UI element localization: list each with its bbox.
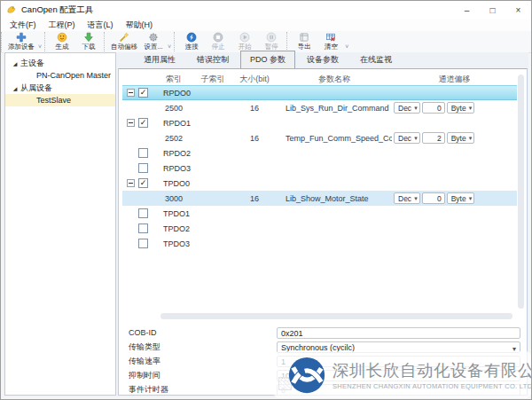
unit-select-value: Byte xyxy=(451,104,466,113)
start-icon xyxy=(239,32,250,43)
menu-item-1[interactable]: 文件(F) xyxy=(4,20,43,31)
form-label: 传输类型 xyxy=(122,341,277,353)
tab-2[interactable]: 错误控制 xyxy=(187,51,239,68)
toolbar-button-generate[interactable]: 生成 xyxy=(49,32,75,51)
toolbar-overflow-chevron-icon[interactable]: ˅ xyxy=(38,43,42,50)
pdo-item-row-3000[interactable]: 300016Lib_Show_Motor_StateDec▾0Byte▾ xyxy=(122,191,517,206)
unit-select[interactable]: Byte▾ xyxy=(447,132,475,144)
tab-1[interactable]: 通用属性 xyxy=(134,51,185,68)
tree-item-pn-canopenmaster[interactable]: PN-CanOpen Master xyxy=(5,69,115,82)
unit-select[interactable]: Byte▾ xyxy=(447,102,475,114)
pdo-checkbox[interactable] xyxy=(138,208,148,218)
pdo-group-row-rpdo3[interactable]: RPDO3 xyxy=(122,161,517,176)
menu-item-4[interactable]: 帮助(H) xyxy=(120,20,160,31)
chevron-down-icon: ▾ xyxy=(469,195,473,202)
tab-bar: 通用属性错误控制PDO 参数设备参数在线监视 xyxy=(118,52,528,68)
tree-item-[interactable]: ◢主设备 xyxy=(5,57,115,69)
offset-input[interactable]: 2 xyxy=(422,132,445,144)
minimize-button[interactable]: – xyxy=(454,1,480,19)
tree-expanded-arrow-icon[interactable]: ◢ xyxy=(12,60,19,67)
offset-input[interactable]: 0 xyxy=(422,102,445,114)
maximize-button[interactable]: □ xyxy=(480,1,505,19)
pdo-checkbox[interactable]: ✓ xyxy=(138,178,148,188)
unit-select[interactable]: Byte▾ xyxy=(447,192,475,204)
tree-item-label: 从属设备 xyxy=(20,82,52,94)
pdo-item-row-2500[interactable]: 250016Lib_Sys_Run_Dir_CommandDec▾0Byte▾ xyxy=(122,100,517,115)
collapse-expander-icon[interactable] xyxy=(127,179,135,187)
toolbar-button-add-device[interactable]: 添加设备 xyxy=(5,32,37,51)
toolbar-button-connect[interactable]: 连接 xyxy=(178,32,205,51)
pdo-group-row-tpdo1[interactable]: TPDO1 xyxy=(122,206,517,221)
offset-input[interactable]: 0 xyxy=(422,192,445,204)
pause-icon xyxy=(266,32,277,43)
pdo-group-label: TPDO2 xyxy=(163,224,190,233)
main-area: ◢主设备PN-CanOpen Master◢从属设备TestSlave 通用属性… xyxy=(4,52,528,396)
toolbar-button-export[interactable]: 导出 xyxy=(291,32,317,51)
pdo-checkbox[interactable]: ✓ xyxy=(138,88,148,98)
chevron-down-icon: ▾ xyxy=(414,135,418,142)
connect-icon xyxy=(186,32,197,43)
tree-expanded-arrow-icon[interactable]: ◢ xyxy=(12,85,19,91)
param-name-cell: Lib_Show_Motor_State xyxy=(277,194,392,203)
collapse-expander-icon[interactable] xyxy=(127,89,135,97)
pdo-group-row-tpdo0[interactable]: ✓TPDO0 xyxy=(122,176,517,191)
pdo-group-label: RPDO3 xyxy=(163,164,191,173)
stop-icon xyxy=(213,32,223,43)
tab-5[interactable]: 在线监视 xyxy=(350,51,402,68)
pdo-checkbox[interactable] xyxy=(138,163,148,173)
pdo-checkbox[interactable] xyxy=(138,239,148,248)
close-button[interactable]: × xyxy=(505,1,531,19)
tree-item-[interactable]: ◢从属设备 xyxy=(5,82,115,94)
index-cell: 3000 xyxy=(154,194,193,203)
toolbar-button-start[interactable]: 开始 xyxy=(231,32,258,51)
channel-offset-cell: Dec▾0Byte▾ xyxy=(392,192,517,204)
tab-4[interactable]: 设备参数 xyxy=(297,51,348,68)
collapse-expander-icon[interactable] xyxy=(127,119,135,127)
unit-select-value: Byte xyxy=(451,194,466,203)
toolbar-overflow-chevron-icon[interactable]: ˅ xyxy=(345,43,348,50)
horizontal-scrollbar[interactable] xyxy=(160,313,512,319)
tab-3[interactable]: PDO 参数 xyxy=(240,51,295,68)
vertical-scrollbar[interactable] xyxy=(518,75,524,309)
toolbar-button-pause[interactable]: 暂停 xyxy=(258,32,285,51)
menu-item-2[interactable]: 工程(P) xyxy=(43,20,82,31)
app-icon xyxy=(6,4,17,15)
generate-icon xyxy=(57,32,67,43)
toolbar-button-stop[interactable]: 停止 xyxy=(205,32,231,51)
pdo-checkbox[interactable] xyxy=(138,148,148,158)
toolbar-button-wand[interactable]: 自动偏移 xyxy=(108,32,140,51)
toolbar-button-download[interactable]: 下载 xyxy=(75,32,102,51)
pdo-checkbox[interactable] xyxy=(138,224,148,233)
form-input[interactable]: 0x201 xyxy=(277,327,520,339)
param-name-cell: Temp_Fun_Comm_Speed_Comm xyxy=(277,134,392,143)
toolbar-button-settings[interactable]: 设置... xyxy=(140,32,167,51)
toolbar-group-5: 导出清空˅ xyxy=(286,32,351,51)
titlebar: CanOpen 配置工具 – □ × xyxy=(1,1,531,19)
pdo-group-label: TPDO3 xyxy=(163,239,190,248)
format-select[interactable]: Dec▾ xyxy=(394,102,420,114)
pdo-group-row-tpdo3[interactable]: TPDO3 xyxy=(122,236,517,251)
menubar: 文件(F)工程(P)语言(L)帮助(H) xyxy=(1,19,531,31)
toolbar-overflow-chevron-icon[interactable]: ˅ xyxy=(168,43,171,50)
pdo-group-row-rpdo2[interactable]: RPDO2 xyxy=(122,145,517,161)
pdo-table-header: 索引子索引大小(bit)参数名称通道偏移 xyxy=(122,73,517,85)
form-label: COB-ID xyxy=(122,328,277,337)
chevron-down-icon: ▾ xyxy=(414,195,418,202)
column-header: 通道偏移 xyxy=(392,74,517,85)
format-select[interactable]: Dec▾ xyxy=(394,132,420,144)
param-name-cell: Lib_Sys_Run_Dir_Command xyxy=(277,104,392,113)
toolbar-button-clear[interactable]: 清空 xyxy=(317,32,344,51)
pdo-group-label: RPDO1 xyxy=(163,119,191,128)
tree-item-testslave[interactable]: TestSlave xyxy=(5,94,115,106)
toolbar-group-4: 连接停止开始暂停 xyxy=(174,32,286,51)
pdo-group-row-rpdo0[interactable]: ✓RPDO0 xyxy=(122,85,517,100)
format-select-value: Dec xyxy=(398,194,411,203)
form-field-value: 0x201 xyxy=(281,329,303,338)
pdo-checkbox[interactable]: ✓ xyxy=(138,118,148,128)
format-select[interactable]: Dec▾ xyxy=(394,192,420,204)
menu-item-3[interactable]: 语言(L) xyxy=(82,20,120,31)
pdo-group-row-tpdo2[interactable]: TPDO2 xyxy=(122,221,517,236)
pdo-item-row-2502[interactable]: 250216Temp_Fun_Comm_Speed_CommDec▾2Byte▾ xyxy=(122,130,517,145)
pdo-group-row-rpdo1[interactable]: ✓RPDO1 xyxy=(122,115,517,130)
column-header: 大小(bit) xyxy=(232,74,277,85)
